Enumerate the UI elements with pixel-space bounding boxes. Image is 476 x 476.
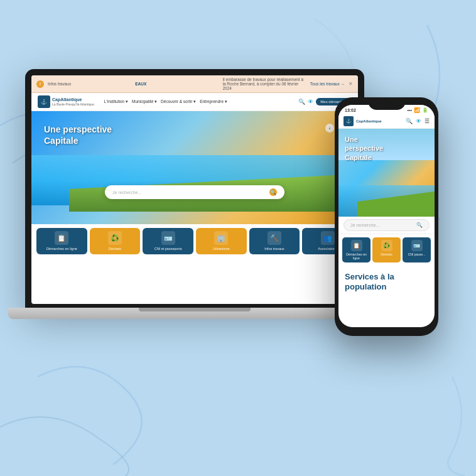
nav-link-entreprendre[interactable]: Entreprendre ▾ (200, 99, 227, 104)
travaux-icon: 🔨 (268, 231, 281, 245)
nav-link-institution[interactable]: L'institution ▾ (104, 99, 128, 104)
laptop-frame: ! Infos travaux EAUX Il embarasse de tra… (25, 69, 364, 308)
logo-text: CapAtlantique La Baule-Presqu'île Atlant… (52, 97, 94, 106)
phone-demarches-label: Démarches en ligne (343, 252, 369, 260)
banner-location: EAUX (135, 82, 219, 86)
cni-icon: 🪪 (161, 231, 175, 245)
phone-screen: 13:02 ▪▪▪ 📶 🔋 ⚓ CapAtlantique 🔍 👁 ☰ (338, 105, 435, 327)
laptop-base (8, 308, 381, 319)
hero-title: Une perspective Capitale (44, 124, 112, 146)
laptop-quick-links: 📋 Démarches en ligne ♻️ Déchets 🪪 CNI et… (31, 224, 358, 258)
battery-icon: 🔋 (422, 107, 428, 113)
phone-nav: ⚓ CapAtlantique 🔍 👁 ☰ (338, 114, 435, 129)
nav-link-decouvrir[interactable]: Découvrir & sortir ▾ (161, 99, 196, 104)
search-icon[interactable]: 🔍 (298, 99, 305, 105)
phone-menu-icon[interactable]: ☰ (425, 118, 430, 124)
travaux-label: Infos travaux (264, 247, 284, 251)
search-submit-icon[interactable]: 🔍 (269, 188, 277, 196)
nav-link-municipalite[interactable]: Municipalité ▾ (132, 99, 157, 104)
phone-logo-text: CapAtlantique (356, 119, 382, 123)
urbanisme-label: Urbanisme (213, 247, 230, 251)
logo-icon: ⚓ (38, 95, 50, 108)
banner-description: Il embarasse de travaux pour réaliasemen… (222, 77, 306, 90)
laptop-screen: ! Infos travaux EAUX Il embarasse de tra… (31, 75, 358, 304)
ql-cni[interactable]: 🪪 CNI et passeports (143, 228, 193, 254)
phone-quick-links: 📋 Démarches en ligne ♻️ Déchets 🪪 CNI pa… (338, 234, 435, 266)
status-icons: ▪▪▪ 📶 🔋 (408, 107, 428, 113)
eye-icon[interactable]: 👁 (308, 99, 313, 105)
phone-hero: Une perspective Capitale (338, 129, 435, 217)
banner-label: Infos travaux (48, 82, 131, 86)
phone-search-input[interactable]: Je recherche... (350, 223, 414, 227)
hero-search-bar[interactable]: Je recherche... 🔍 (105, 185, 284, 199)
phone-eye-icon[interactable]: 👁 (416, 118, 421, 124)
banner-link[interactable]: Tous les travaux → (310, 82, 345, 86)
phone-logo: ⚓ CapAtlantique (343, 116, 382, 126)
phone-ql-cni[interactable]: 🪪 CNI passe... (403, 237, 431, 262)
phone-frame: 13:02 ▪▪▪ 📶 🔋 ⚓ CapAtlantique 🔍 👁 ☰ (335, 97, 438, 336)
laptop-hero: Une perspective Capitale ‹ › Je recherch… (31, 111, 358, 224)
ql-urbanisme[interactable]: 🏢 Urbanisme (196, 228, 247, 254)
cni-label: CNI et passeports (154, 247, 182, 251)
phone-ql-dechets[interactable]: ♻️ Déchets (372, 237, 401, 262)
phone-nav-icons: 🔍 👁 ☰ (406, 118, 430, 124)
demarches-icon: 📋 (55, 231, 68, 245)
laptop-nav: ⚓ CapAtlantique La Baule-Presqu'île Atla… (31, 93, 358, 111)
phone-search: Je recherche... 🔍 (338, 217, 435, 234)
signal-icon: ▪▪▪ (408, 108, 412, 112)
phone-services-section: Services à la population (338, 266, 435, 298)
demarches-label: Démarches en ligne (46, 247, 77, 251)
laptop: ! Infos travaux EAUX Il embarasse de tra… (25, 69, 364, 333)
ql-demarches[interactable]: 📋 Démarches en ligne (36, 228, 87, 254)
phone-logo-icon: ⚓ (343, 116, 354, 126)
phone-dechets-label: Déchets (381, 252, 392, 256)
nav-links: L'institution ▾ Municipalité ▾ Découvrir… (104, 99, 293, 104)
phone: 13:02 ▪▪▪ 📶 🔋 ⚓ CapAtlantique 🔍 👁 ☰ (335, 97, 438, 336)
services-title: Services à la population (345, 272, 428, 291)
laptop-logo: ⚓ CapAtlantique La Baule-Presqu'île Atla… (38, 95, 94, 108)
phone-notch (368, 97, 406, 110)
associations-icon: 👥 (321, 231, 335, 245)
phone-search-bar[interactable]: Je recherche... 🔍 (343, 219, 430, 231)
wifi-icon: 📶 (414, 107, 420, 113)
dechets-icon: ♻️ (108, 231, 122, 245)
dechets-label: Déchets (109, 247, 121, 251)
phone-search-submit[interactable]: 🔍 (416, 222, 423, 228)
phone-ql-demarches[interactable]: 📋 Démarches en ligne (342, 237, 371, 262)
phone-hero-title: Une perspective Capitale (345, 135, 383, 162)
phone-search-icon[interactable]: 🔍 (406, 118, 413, 124)
phone-dechets-icon: ♻️ (381, 240, 392, 251)
hero-search-input[interactable]: Je recherche... (112, 190, 267, 195)
ql-travaux[interactable]: 🔨 Infos travaux (249, 228, 300, 254)
phone-demarches-icon: 📋 (351, 240, 362, 251)
urbanisme-icon: 🏢 (214, 231, 228, 245)
close-icon[interactable]: ✕ (349, 81, 353, 87)
warning-icon: ! (36, 80, 44, 88)
time: 13:02 (345, 108, 356, 112)
laptop-banner: ! Infos travaux EAUX Il embarasse de tra… (31, 75, 358, 93)
phone-cni-label: CNI passe... (408, 252, 426, 256)
phone-cni-icon: 🪪 (411, 240, 423, 251)
ql-dechets[interactable]: ♻️ Déchets (90, 228, 141, 254)
prev-arrow[interactable]: ‹ (325, 124, 334, 133)
